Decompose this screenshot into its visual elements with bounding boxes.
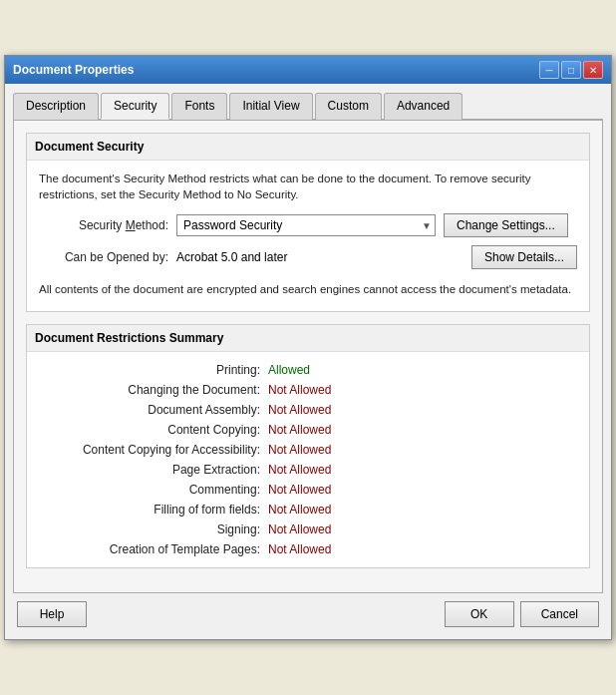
window-title: Document Properties — [13, 63, 134, 77]
tab-fonts[interactable]: Fonts — [171, 93, 227, 120]
table-row: Document Assembly:Not Allowed — [27, 400, 589, 420]
table-row: Filling of form fields:Not Allowed — [27, 500, 589, 520]
help-button[interactable]: Help — [17, 601, 87, 627]
document-security-title: Document Security — [27, 134, 589, 161]
security-method-label: Security Method: — [39, 218, 168, 232]
restriction-value: Not Allowed — [268, 503, 331, 517]
ok-button[interactable]: OK — [445, 601, 514, 627]
restriction-label: Printing: — [39, 363, 268, 377]
restriction-value: Not Allowed — [268, 403, 331, 417]
restriction-label: Changing the Document: — [39, 383, 268, 397]
security-info-text: The document's Security Method restricts… — [39, 171, 577, 202]
restriction-label: Page Extraction: — [39, 463, 268, 477]
restriction-value: Not Allowed — [268, 443, 331, 457]
restriction-label: Commenting: — [39, 483, 268, 497]
footer: Help OK Cancel — [13, 593, 603, 631]
restriction-label: Document Assembly: — [39, 403, 268, 417]
tab-initial-view[interactable]: Initial View — [229, 93, 312, 120]
opened-by-row: Can be Opened by: Acrobat 5.0 and later … — [39, 245, 577, 269]
restriction-label: Filling of form fields: — [39, 503, 268, 517]
table-row: Page Extraction:Not Allowed — [27, 460, 589, 480]
opened-by-value: Acrobat 5.0 and later — [176, 250, 463, 264]
restriction-value: Not Allowed — [268, 423, 331, 437]
opened-by-label: Can be Opened by: — [39, 250, 168, 264]
table-row: Printing:Allowed — [27, 360, 589, 380]
restriction-label: Signing: — [39, 522, 268, 536]
cancel-button[interactable]: Cancel — [520, 601, 599, 627]
security-method-select-wrapper: Password Security ▼ — [176, 214, 436, 236]
table-row: Signing:Not Allowed — [27, 520, 589, 539]
title-bar: Document Properties ─ □ ✕ — [5, 56, 611, 84]
change-settings-button[interactable]: Change Settings... — [444, 213, 568, 237]
security-method-row: Security Method: Password Security ▼ Cha… — [39, 213, 577, 237]
restriction-value: Not Allowed — [268, 463, 331, 477]
table-row: Content Copying:Not Allowed — [27, 420, 589, 440]
tab-advanced[interactable]: Advanced — [384, 93, 462, 120]
document-security-body: The document's Security Method restricts… — [27, 161, 589, 310]
restrictions-table: Printing:AllowedChanging the Document:No… — [27, 352, 589, 567]
minimize-button[interactable]: ─ — [539, 61, 559, 79]
restriction-value: Allowed — [268, 363, 310, 377]
restriction-label: Content Copying for Accessibility: — [39, 443, 268, 457]
restriction-value: Not Allowed — [268, 483, 331, 497]
table-row: Content Copying for Accessibility:Not Al… — [27, 440, 589, 460]
maximize-button[interactable]: □ — [561, 61, 581, 79]
encrypted-text: All contents of the document are encrypt… — [39, 277, 577, 301]
document-properties-window: Document Properties ─ □ ✕ Description Se… — [4, 55, 612, 639]
restriction-label: Content Copying: — [39, 423, 268, 437]
close-button[interactable]: ✕ — [583, 61, 603, 79]
footer-right: OK Cancel — [445, 601, 599, 627]
restriction-value: Not Allowed — [268, 522, 331, 536]
document-security-section: Document Security The document's Securit… — [26, 133, 590, 311]
security-method-select[interactable]: Password Security — [176, 214, 436, 236]
restrictions-title: Document Restrictions Summary — [27, 325, 589, 352]
tab-security[interactable]: Security — [101, 93, 169, 120]
table-row: Changing the Document:Not Allowed — [27, 380, 589, 400]
restriction-value: Not Allowed — [268, 383, 331, 397]
table-row: Creation of Template Pages:Not Allowed — [27, 539, 589, 559]
window-body: Description Security Fonts Initial View … — [5, 84, 611, 638]
title-bar-controls: ─ □ ✕ — [539, 61, 603, 79]
tab-description[interactable]: Description — [13, 93, 99, 120]
tab-custom[interactable]: Custom — [315, 93, 382, 120]
restriction-label: Creation of Template Pages: — [39, 542, 268, 556]
restrictions-section: Document Restrictions Summary Printing:A… — [26, 324, 590, 568]
table-row: Commenting:Not Allowed — [27, 480, 589, 500]
content-area: Document Security The document's Securit… — [13, 121, 603, 592]
show-details-button[interactable]: Show Details... — [471, 245, 577, 269]
tab-bar: Description Security Fonts Initial View … — [13, 92, 603, 121]
restriction-value: Not Allowed — [268, 542, 331, 556]
